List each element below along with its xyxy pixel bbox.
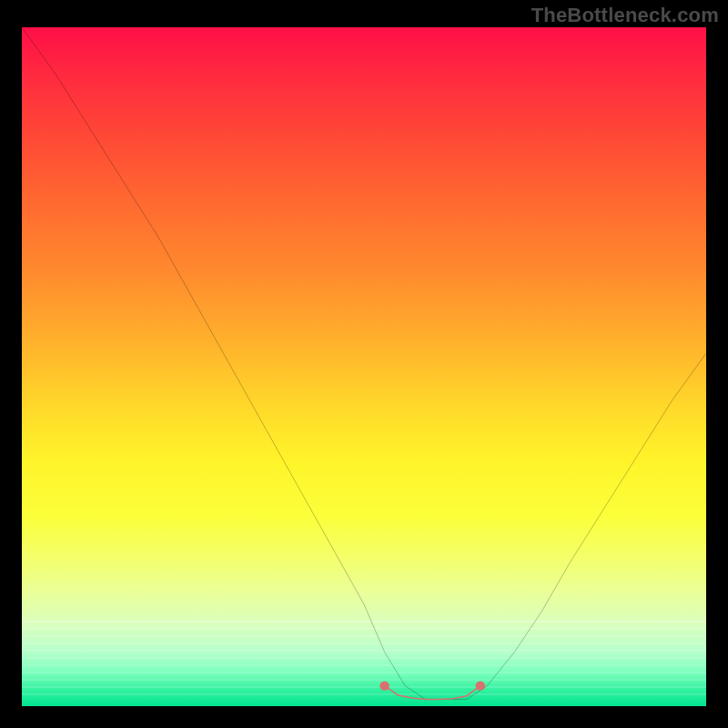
chart-svg: [22, 27, 706, 706]
optimal-band-dot: [379, 681, 389, 690]
optimal-band-dot: [476, 681, 486, 690]
optimal-flat-band-path: [385, 686, 480, 700]
bottleneck-curve-path: [22, 27, 706, 700]
chart-frame: TheBottleneck.com: [0, 0, 728, 728]
plot-area: [22, 27, 706, 706]
watermark-text: TheBottleneck.com: [531, 4, 719, 27]
